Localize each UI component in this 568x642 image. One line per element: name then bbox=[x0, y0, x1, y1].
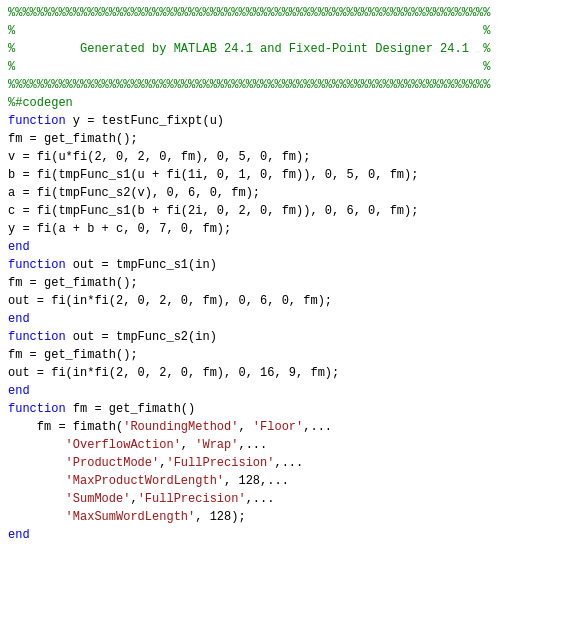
code-line: function out = tmpFunc_s1(in) bbox=[0, 256, 568, 274]
code-line: 'ProductMode','FullPrecision',... bbox=[0, 454, 568, 472]
code-line: end bbox=[0, 526, 568, 544]
code-line: y = fi(a + b + c, 0, 7, 0, fm); bbox=[0, 220, 568, 238]
code-line: % % bbox=[0, 22, 568, 40]
code-line: function out = tmpFunc_s2(in) bbox=[0, 328, 568, 346]
code-line: %%%%%%%%%%%%%%%%%%%%%%%%%%%%%%%%%%%%%%%%… bbox=[0, 4, 568, 22]
code-block: %%%%%%%%%%%%%%%%%%%%%%%%%%%%%%%%%%%%%%%%… bbox=[0, 4, 568, 544]
code-line: fm = get_fimath(); bbox=[0, 274, 568, 292]
code-line: end bbox=[0, 238, 568, 256]
code-line: 'SumMode','FullPrecision',... bbox=[0, 490, 568, 508]
code-line: % % bbox=[0, 58, 568, 76]
code-line: fm = get_fimath(); bbox=[0, 346, 568, 364]
code-line: function fm = get_fimath() bbox=[0, 400, 568, 418]
code-line: 'OverflowAction', 'Wrap',... bbox=[0, 436, 568, 454]
code-line: a = fi(tmpFunc_s2(v), 0, 6, 0, fm); bbox=[0, 184, 568, 202]
code-line: function y = testFunc_fixpt(u) bbox=[0, 112, 568, 130]
code-line: c = fi(tmpFunc_s1(b + fi(2i, 0, 2, 0, fm… bbox=[0, 202, 568, 220]
code-line: b = fi(tmpFunc_s1(u + fi(1i, 0, 1, 0, fm… bbox=[0, 166, 568, 184]
code-container: %%%%%%%%%%%%%%%%%%%%%%%%%%%%%%%%%%%%%%%%… bbox=[0, 0, 568, 642]
code-line: 'MaxSumWordLength', 128); bbox=[0, 508, 568, 526]
code-line: out = fi(in*fi(2, 0, 2, 0, fm), 0, 16, 9… bbox=[0, 364, 568, 382]
code-line: out = fi(in*fi(2, 0, 2, 0, fm), 0, 6, 0,… bbox=[0, 292, 568, 310]
code-line: end bbox=[0, 382, 568, 400]
code-line: fm = get_fimath(); bbox=[0, 130, 568, 148]
code-line: % Generated by MATLAB 24.1 and Fixed-Poi… bbox=[0, 40, 568, 58]
code-line: v = fi(u*fi(2, 0, 2, 0, fm), 0, 5, 0, fm… bbox=[0, 148, 568, 166]
code-line: %#codegen bbox=[0, 94, 568, 112]
code-line: end bbox=[0, 310, 568, 328]
code-line: fm = fimath('RoundingMethod', 'Floor',..… bbox=[0, 418, 568, 436]
code-line: %%%%%%%%%%%%%%%%%%%%%%%%%%%%%%%%%%%%%%%%… bbox=[0, 76, 568, 94]
code-line: 'MaxProductWordLength', 128,... bbox=[0, 472, 568, 490]
